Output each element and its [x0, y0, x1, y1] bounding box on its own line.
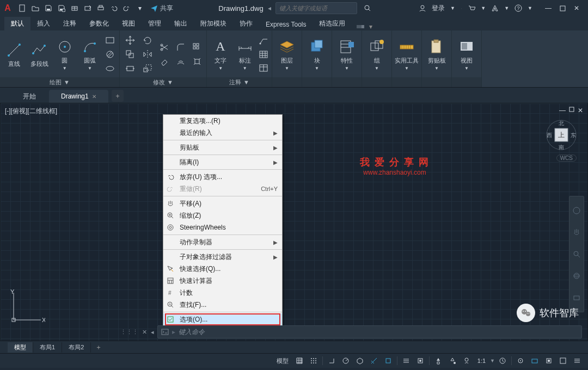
line-button[interactable]: 直线 [2, 33, 26, 76]
array-icon[interactable] [189, 41, 205, 54]
fillet-icon[interactable] [173, 41, 188, 54]
layout-1[interactable]: 布局1 [33, 342, 62, 353]
clipboard-button[interactable]: 剪贴板▼ [424, 33, 449, 76]
undo-icon[interactable] [108, 2, 120, 14]
tab-close-icon[interactable]: ✕ [92, 94, 96, 100]
ctx-steeringwheels[interactable]: SteeringWheels [163, 221, 282, 233]
sb-isolate-icon[interactable] [542, 355, 555, 366]
sb-ws-icon[interactable] [496, 355, 509, 366]
sb-clean-icon[interactable] [556, 355, 569, 366]
layout-add-button[interactable]: ＋ [91, 342, 106, 353]
ribbon-min-icon[interactable]: ▾ [356, 23, 372, 30]
view-cube[interactable]: 上 北 南 西 东 [545, 119, 578, 151]
ctx-subobject-filter[interactable]: 子对象选择过滤器▶ [163, 251, 282, 263]
erase-icon[interactable] [157, 55, 172, 68]
help-search-input[interactable] [278, 4, 354, 12]
sb-otrack-icon[interactable] [367, 355, 381, 366]
sb-model[interactable]: 模型 [273, 355, 292, 366]
command-input[interactable]: ▸ 键入命令 [157, 325, 582, 338]
web-save-icon[interactable] [82, 2, 94, 14]
nav-showmotion-icon[interactable] [572, 293, 581, 303]
layers-button[interactable]: 图层▼ [274, 33, 299, 76]
tab-annotate[interactable]: 注释 [57, 17, 83, 30]
table-btn[interactable] [258, 62, 270, 74]
panel-draw-title[interactable]: 绘图 ▼ [0, 77, 119, 87]
autodesk-app-icon[interactable] [491, 4, 499, 12]
blocks-button[interactable]: 块▼ [304, 33, 329, 76]
sb-tpy-icon[interactable] [414, 355, 427, 366]
ctx-isolate[interactable]: 隔离(I)▶ [163, 156, 282, 168]
redo-icon[interactable] [121, 2, 133, 14]
doc-dropdown-icon[interactable]: ◂ [268, 4, 271, 12]
panel-annot-title[interactable]: 注释 ▼ [207, 77, 272, 87]
minimize-icon[interactable]: — [542, 2, 554, 14]
sb-isodraft-icon[interactable] [353, 355, 366, 366]
new-tab-button[interactable]: ＋ [112, 90, 124, 102]
circle-button[interactable]: 圆▼ [53, 33, 77, 76]
tab-drawing1[interactable]: Drawing1✕ [49, 90, 108, 103]
sb-snap-icon[interactable] [307, 355, 320, 366]
save-icon[interactable] [42, 2, 54, 14]
scale-icon[interactable] [139, 62, 156, 75]
properties-button[interactable]: 特性▼ [334, 33, 359, 76]
tab-view[interactable]: 视图 [115, 17, 142, 30]
nav-zoom-icon[interactable] [572, 249, 581, 259]
sb-monitor-icon[interactable] [514, 355, 527, 366]
copy-icon[interactable] [122, 48, 138, 61]
maximize-icon[interactable] [556, 2, 568, 14]
viewport-label[interactable]: [-][俯视][二维线框] [5, 107, 57, 116]
sb-lwt-icon[interactable] [400, 355, 413, 366]
sb-annovis-icon[interactable] [446, 355, 459, 366]
arc-button[interactable]: 圆弧▼ [78, 33, 102, 76]
layout-2[interactable]: 布局2 [62, 342, 91, 353]
sb-annoauto-icon[interactable] [460, 355, 473, 366]
tab-featured[interactable]: 精选应用 [313, 17, 352, 30]
tab-express[interactable]: Express Tools [259, 18, 313, 30]
view-button[interactable]: 视图▼ [454, 33, 479, 76]
ctx-action-recorder[interactable]: 动作录制器▶ [163, 236, 282, 248]
open-icon[interactable] [29, 2, 41, 14]
polyline-button[interactable]: 多段线 [27, 33, 51, 76]
sb-annoscale-icon[interactable] [432, 355, 445, 366]
layout-model[interactable]: 模型 [8, 342, 33, 353]
ctx-repeat[interactable]: 重复选项...(R) [163, 115, 282, 127]
share-button[interactable]: 共享 [150, 4, 173, 13]
sb-ortho-icon[interactable] [325, 355, 338, 366]
ctx-count[interactable]: #计数 [163, 287, 282, 299]
trim-icon[interactable] [157, 41, 172, 54]
plot-icon[interactable] [95, 2, 107, 14]
tab-output[interactable]: 输出 [168, 17, 194, 30]
close-icon[interactable]: ✕ [571, 2, 583, 14]
vp-close-icon[interactable]: ✕ [578, 107, 583, 114]
tab-default[interactable]: 默认 [4, 17, 30, 30]
dimension-button[interactable]: 标注▼ [234, 33, 257, 76]
web-open-icon[interactable] [69, 2, 81, 14]
tab-collab[interactable]: 协作 [233, 17, 259, 30]
tab-manage[interactable]: 管理 [142, 17, 168, 30]
ctx-recent[interactable]: 最近的输入▶ [163, 127, 282, 139]
hatch-icon[interactable] [103, 48, 117, 61]
search-icon[interactable] [362, 2, 373, 14]
cmd-close-icon[interactable]: ✕ [142, 329, 147, 336]
sb-grid-icon[interactable] [293, 355, 306, 366]
ctx-undo[interactable]: 放弃(U) 选项... [163, 171, 282, 183]
vp-minimize-icon[interactable]: — [559, 107, 566, 114]
panel-modify-title[interactable]: 修改 ▼ [120, 77, 206, 87]
wcs-label[interactable]: WCS [556, 155, 577, 162]
text-button[interactable]: A文字▼ [209, 33, 232, 76]
ctx-quickcalc[interactable]: 快速计算器 [163, 275, 282, 287]
help-search[interactable] [275, 2, 357, 14]
ctx-options[interactable]: 选项(O)... [163, 313, 282, 325]
ctx-clipboard[interactable]: 剪贴板▶ [163, 141, 282, 153]
cart-icon[interactable] [468, 4, 475, 12]
utilities-button[interactable]: 实用工具▼ [394, 33, 419, 76]
offset-icon[interactable] [173, 55, 188, 68]
nav-full-icon[interactable] [572, 206, 581, 215]
sb-hardware-icon[interactable] [528, 355, 541, 366]
explode-icon[interactable] [189, 55, 205, 68]
cmd-history-icon[interactable]: ⋮⋮⋮ [120, 329, 138, 336]
rectangle-icon[interactable] [103, 34, 117, 47]
new-icon[interactable] [16, 2, 28, 14]
ctx-quick-select[interactable]: 快速选择(Q)... [163, 263, 282, 275]
ctx-zoom[interactable]: 缩放(Z) [163, 209, 282, 221]
